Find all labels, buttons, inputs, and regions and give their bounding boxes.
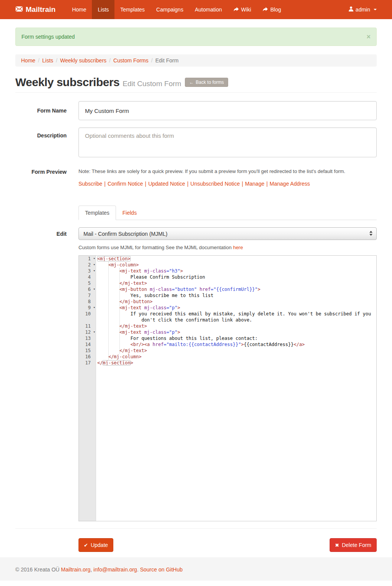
form-name-label: Form Name xyxy=(15,108,67,114)
code-token: If you received this email by mistake, s… xyxy=(97,311,371,317)
nav-item-templates[interactable]: Templates xyxy=(114,0,150,19)
editor-line-number: 9▾ xyxy=(79,305,96,311)
user-label: admin xyxy=(356,7,370,13)
editor-code-line: <mj-text mj-class="p"> xyxy=(97,305,376,311)
nav-item-lists[interactable]: Lists xyxy=(92,0,114,19)
editor-code-line: don't click the confirmation link above. xyxy=(97,317,376,323)
breadcrumb-item-custom-forms[interactable]: /Custom Forms xyxy=(106,57,149,64)
editor-line-number xyxy=(79,317,96,323)
page-footer: © 2016 Kreata OÜ Mailtrain.org, info@mai… xyxy=(0,557,392,581)
user-icon xyxy=(349,7,353,13)
success-alert: Form settings updated × xyxy=(15,28,377,46)
update-button[interactable]: ✔ Update xyxy=(78,538,113,552)
breadcrumb-item-home[interactable]: Home xyxy=(21,57,35,64)
preview-link-updated-notice[interactable]: Updated Notice xyxy=(148,181,185,187)
tabs: TemplatesFields xyxy=(78,206,377,220)
editor-code-area[interactable]: <mj-section> <mj-column> <mj-text mj-cla… xyxy=(96,256,376,521)
nav-item-wiki[interactable]: Wiki xyxy=(228,0,257,19)
editor-line-number: 13 xyxy=(79,335,96,341)
code-token: <mj-text xyxy=(119,330,142,335)
footer-link-mailtrain-org[interactable]: Mailtrain.org xyxy=(61,566,90,573)
fold-toggle-icon[interactable]: ▾ xyxy=(93,268,95,274)
code-token: </mj-column> xyxy=(108,354,142,359)
code-token: </mj-text> xyxy=(119,348,147,353)
delete-form-button[interactable]: ✖ Delete Form xyxy=(330,538,377,552)
nav-item-home[interactable]: Home xyxy=(66,0,92,19)
code-token: ="{{confirmUrl}}" xyxy=(211,287,258,292)
preview-link-manage[interactable]: Manage xyxy=(245,181,265,187)
page-subtitle: Edit Custom Form xyxy=(122,80,181,88)
back-to-forms-button[interactable]: ←Back to forms xyxy=(185,78,228,87)
code-token: <mj-text xyxy=(119,305,142,310)
code-token: <mj-column> xyxy=(108,262,139,268)
mjml-code-editor[interactable]: 1▾2▾3▾456▾789▾101112▾1314151617 <mj-sect… xyxy=(78,255,377,521)
editor-line-number: 10 xyxy=(79,311,96,317)
preview-link-manage-address[interactable]: Manage Address xyxy=(270,181,310,187)
nav-item-automation[interactable]: Automation xyxy=(189,0,228,19)
code-token: ="h3" xyxy=(167,268,180,274)
fold-toggle-icon[interactable]: ▾ xyxy=(93,286,95,292)
footer-link-source-on-github[interactable]: Source on GitHub xyxy=(140,566,183,573)
editor-line-number: 5 xyxy=(79,280,96,286)
code-token: mj-section xyxy=(103,360,130,366)
code-token: {{contactAddress}} xyxy=(244,342,294,347)
editor-line-number: 2▾ xyxy=(79,262,96,268)
fold-toggle-icon[interactable]: ▾ xyxy=(93,261,95,268)
breadcrumb: Home/Lists/Weekly subscribers/Custom For… xyxy=(15,54,377,67)
breadcrumb-item-lists[interactable]: /Lists xyxy=(35,57,53,64)
code-token: ="mailto:{{contactAddress}}" xyxy=(163,342,241,347)
preview-link-unsubscribed-notice[interactable]: Unsubscribed Notice xyxy=(190,181,240,187)
preview-link-separator: | xyxy=(185,181,191,187)
editor-line-number: 12▾ xyxy=(79,329,96,335)
editor-line-number: 14 xyxy=(79,341,96,348)
code-token: > xyxy=(241,342,244,347)
preview-link-confirm-notice[interactable]: Confirm Notice xyxy=(108,181,143,187)
divider xyxy=(15,528,377,529)
back-button-label: Back to forms xyxy=(196,80,224,85)
mjml-help-text: Custom forms use MJML for formatting See… xyxy=(78,245,377,250)
editor-line-number: 16 xyxy=(79,354,96,360)
breadcrumb-item-weekly-subscribers[interactable]: /Weekly subscribers xyxy=(53,57,106,64)
footer-link-info-mailtrain-org[interactable]: info@mailtrain.org xyxy=(93,566,137,573)
code-token: </mj-text> xyxy=(119,323,147,329)
code-token: <a xyxy=(144,342,150,347)
code-token: href xyxy=(150,342,163,347)
description-textarea[interactable] xyxy=(78,127,377,157)
nav-item-label: Templates xyxy=(120,7,145,13)
breadcrumb-label: Home xyxy=(21,57,35,64)
alert-close-button[interactable]: × xyxy=(366,34,371,39)
tab-fields[interactable]: Fields xyxy=(116,206,143,220)
fold-toggle-icon[interactable]: ▾ xyxy=(93,255,95,261)
preview-link-subscribe[interactable]: Subscribe xyxy=(78,181,102,187)
code-token: mj-class xyxy=(147,287,172,292)
delete-button-label: Delete Form xyxy=(342,542,371,548)
editor-code-line: <mj-column> xyxy=(97,262,376,268)
nav-item-campaigns[interactable]: Campaigns xyxy=(150,0,189,19)
form-preview-label: Form Preview xyxy=(15,168,67,187)
share-arrow-icon xyxy=(234,7,239,13)
user-menu[interactable]: admin xyxy=(349,0,377,19)
code-token: don't click the confirmation link above. xyxy=(97,317,252,323)
template-select[interactable]: Mail - Confirm Subscription (MJML) xyxy=(78,227,377,240)
breadcrumb-separator: / xyxy=(35,57,42,64)
mjml-doc-link[interactable]: here xyxy=(233,245,243,250)
editor-line-number: 17 xyxy=(79,360,96,366)
fold-toggle-icon[interactable]: ▾ xyxy=(93,329,95,335)
form-name-input[interactable] xyxy=(78,101,377,120)
nav-item-blog[interactable]: Blog xyxy=(257,0,287,19)
code-token: Please Confirm Subscription xyxy=(97,274,205,280)
brand-label: Mailtrain xyxy=(26,5,56,14)
chevron-down-icon xyxy=(374,9,377,10)
preview-note: Note: These links are solely for a quick… xyxy=(78,168,377,174)
brand-mailtrain[interactable]: Mailtrain xyxy=(15,0,61,19)
code-token: For questions about this list, please co… xyxy=(97,336,258,341)
code-token xyxy=(97,262,108,268)
editor-line-number: 3▾ xyxy=(79,268,96,274)
fold-toggle-icon[interactable]: ▾ xyxy=(93,304,95,310)
tab-templates[interactable]: Templates xyxy=(78,206,116,220)
code-token xyxy=(97,342,131,347)
editor-code-line: <mj-text mj-class="h3"> xyxy=(97,268,376,274)
editor-line-number: 15 xyxy=(79,348,96,354)
x-icon: ✖ xyxy=(335,542,339,548)
code-token: </a> xyxy=(294,342,305,347)
